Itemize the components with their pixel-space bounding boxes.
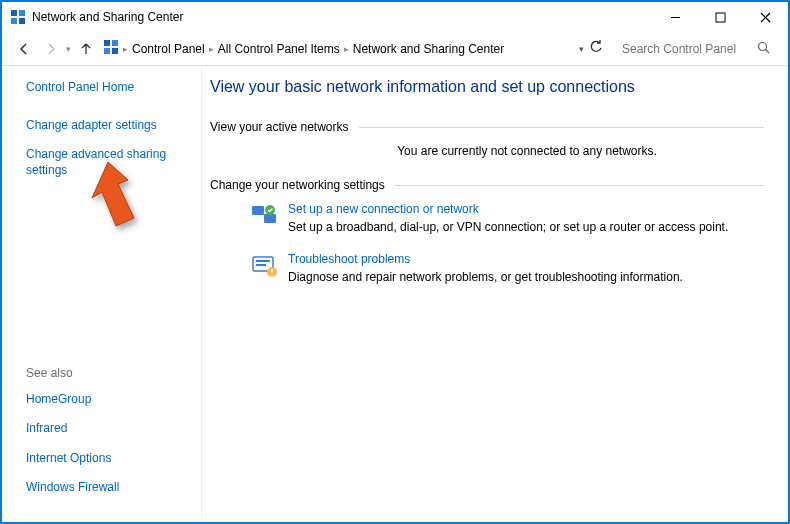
svg-rect-14 [252, 206, 264, 215]
nav-bar: ▾ ▸ Control Panel ▸ All Control Panel It… [2, 32, 788, 66]
back-button[interactable] [12, 37, 36, 61]
svg-rect-10 [104, 48, 110, 54]
chevron-right-icon: ▸ [209, 44, 214, 54]
sidebar-item-homegroup[interactable]: HomeGroup [26, 392, 189, 408]
breadcrumb-item[interactable]: Network and Sharing Center [353, 42, 504, 56]
svg-rect-1 [19, 10, 25, 16]
search-input[interactable] [622, 42, 752, 56]
connection-icon [250, 202, 278, 230]
svg-rect-5 [716, 13, 725, 22]
chevron-right-icon: ▸ [344, 44, 349, 54]
change-settings-section: Change your networking settings Set up a… [210, 178, 764, 284]
minimize-button[interactable] [653, 2, 698, 32]
svg-rect-0 [11, 10, 17, 16]
chevron-right-icon: ▸ [123, 44, 128, 54]
section-title: Change your networking settings [210, 178, 385, 192]
option-link[interactable]: Troubleshoot problems [288, 252, 683, 266]
active-networks-section: View your active networks You are curren… [210, 120, 764, 158]
search-icon [757, 41, 770, 57]
option-troubleshoot: Troubleshoot problems Diagnose and repai… [210, 252, 764, 284]
breadcrumb[interactable]: ▸ Control Panel ▸ All Control Panel Item… [101, 39, 576, 58]
address-dropdown[interactable]: ▾ [579, 44, 584, 54]
option-desc: Diagnose and repair network problems, or… [288, 270, 683, 284]
sidebar-item-firewall[interactable]: Windows Firewall [26, 480, 189, 496]
sidebar-item-infrared[interactable]: Infrared [26, 421, 189, 437]
sidebar: Control Panel Home Change adapter settin… [2, 66, 202, 522]
svg-rect-2 [11, 18, 17, 24]
sidebar-item-home[interactable]: Control Panel Home [26, 80, 189, 96]
close-button[interactable] [743, 2, 788, 32]
option-desc: Set up a broadband, dial-up, or VPN conn… [288, 220, 728, 234]
svg-point-12 [759, 42, 767, 50]
see-also-title: See also [26, 366, 189, 380]
option-new-connection: Set up a new connection or network Set u… [210, 202, 764, 234]
page-heading: View your basic network information and … [210, 78, 764, 96]
divider [395, 185, 764, 186]
troubleshoot-icon [250, 252, 278, 280]
svg-rect-19 [256, 264, 266, 266]
svg-rect-18 [256, 260, 270, 262]
svg-rect-15 [264, 214, 276, 223]
active-status: You are currently not connected to any n… [210, 134, 764, 158]
breadcrumb-item[interactable]: Control Panel [132, 42, 205, 56]
window-frame: Network and Sharing Center ▾ ▸ Control P… [0, 0, 790, 524]
app-icon [10, 9, 26, 25]
svg-rect-3 [19, 18, 25, 24]
section-title: View your active networks [210, 120, 349, 134]
breadcrumb-item[interactable]: All Control Panel Items [218, 42, 340, 56]
option-link[interactable]: Set up a new connection or network [288, 202, 728, 216]
title-bar: Network and Sharing Center [2, 2, 788, 32]
annotation-pointer [72, 160, 136, 235]
maximize-button[interactable] [698, 2, 743, 32]
refresh-button[interactable] [588, 39, 604, 58]
divider [359, 127, 764, 128]
main-content: View your basic network information and … [202, 66, 788, 522]
svg-rect-8 [104, 40, 110, 46]
see-also-section: See also HomeGroup Infrared Internet Opt… [26, 366, 189, 510]
svg-line-13 [766, 49, 770, 53]
history-dropdown[interactable]: ▾ [66, 44, 71, 54]
svg-rect-9 [112, 40, 118, 46]
forward-button[interactable] [39, 37, 63, 61]
search-box[interactable] [616, 37, 776, 61]
up-button[interactable] [74, 37, 98, 61]
sidebar-item-adapter[interactable]: Change adapter settings [26, 118, 189, 134]
svg-rect-11 [112, 48, 118, 54]
window-title: Network and Sharing Center [32, 10, 653, 24]
sidebar-item-internet[interactable]: Internet Options [26, 451, 189, 467]
breadcrumb-icon [103, 39, 119, 58]
